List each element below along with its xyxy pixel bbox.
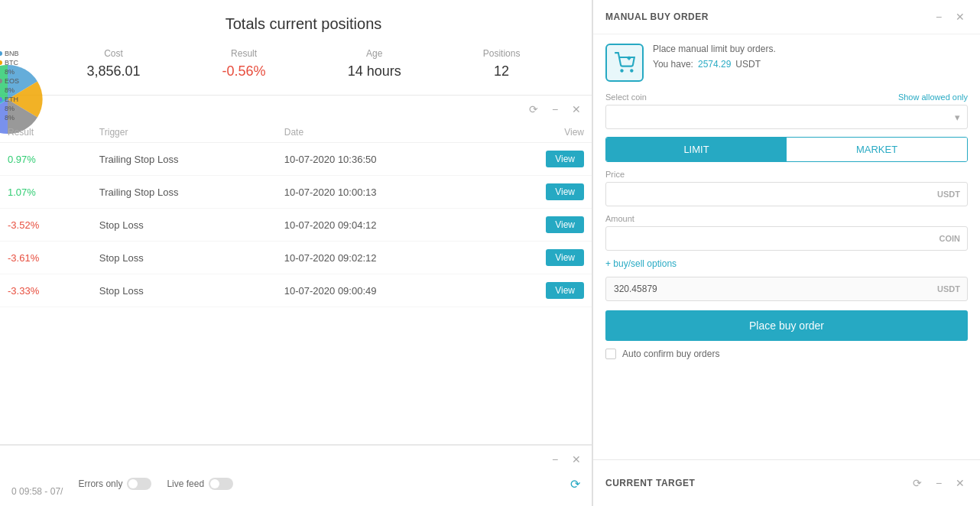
view-button[interactable]: View	[546, 282, 584, 299]
closed-positions-table: Result Trigger Date View 0.97% Trailing …	[0, 122, 592, 307]
totals-stats: Cost 3,856.01 Result -0.56% Age 14 hours…	[46, 48, 561, 79]
current-target-close-icon[interactable]: ✕	[952, 475, 968, 491]
view-button[interactable]: View	[546, 151, 584, 167]
buy-sell-options-label: + buy/sell options	[605, 258, 677, 269]
amount-input-wrapper: COIN	[605, 226, 968, 251]
table-row: -3.61% Stop Loss 10-07-2020 09:02:12 Vie…	[0, 242, 592, 274]
cart-icon	[605, 44, 644, 82]
date-cell: 10-07-2020 09:00:49	[277, 274, 488, 307]
order-type-tabs: LIMIT MARKET	[605, 137, 968, 162]
errors-only-toggle[interactable]	[127, 478, 151, 490]
live-feed-toggle[interactable]	[209, 478, 233, 490]
stat-cost-label: Cost	[87, 48, 141, 59]
stat-cost-value: 3,856.01	[87, 63, 141, 79]
result-cell: 0.97%	[0, 143, 92, 176]
closed-section: ⟳ − ✕ Result Trigger Date View 0.97% Tra…	[0, 96, 592, 445]
svg-point-1	[631, 70, 632, 71]
legend-dot-btc	[0, 60, 2, 65]
log-minimize-icon[interactable]: −	[547, 452, 563, 467]
total-input[interactable]	[605, 277, 968, 301]
select-coin-row: Select coin Show allowed only ▾	[605, 92, 968, 129]
stat-result: Result -0.56%	[222, 48, 266, 79]
amount-label-text: Amount	[605, 214, 634, 223]
current-target-refresh-icon[interactable]: ⟳	[910, 475, 925, 491]
view-cell: View	[487, 242, 592, 274]
result-cell: -3.61%	[0, 242, 92, 274]
date-cell: 10-07-2020 09:02:12	[277, 242, 488, 274]
manual-buy-minimize-icon[interactable]: −	[931, 9, 946, 24]
view-button[interactable]: View	[546, 183, 584, 200]
table-row: 1.07% Trailing Stop Loss 10-07-2020 10:0…	[0, 176, 592, 209]
current-target-minimize-icon[interactable]: −	[931, 475, 946, 491]
stat-result-label: Result	[222, 48, 266, 59]
log-refresh-icon[interactable]: ⟳	[570, 477, 580, 491]
trigger-cell: Trailing Stop Loss	[92, 176, 277, 209]
result-cell: -3.33%	[0, 274, 92, 307]
refresh-icon[interactable]: ⟳	[526, 102, 541, 117]
auto-confirm-checkbox[interactable]	[605, 349, 616, 359]
stat-cost: Cost 3,856.01	[87, 48, 141, 79]
manual-buy-header: MANUAL BUY ORDER − ✕	[593, 0, 980, 34]
stat-age-value: 14 hours	[348, 63, 401, 79]
you-have-row: You have: 2574.29 USDT	[653, 59, 968, 70]
view-cell: View	[487, 274, 592, 307]
select-coin-dropdown[interactable]	[605, 105, 968, 129]
legend-dot-bnb	[0, 51, 2, 56]
price-row: Price USDT	[605, 170, 968, 206]
log-controls: 0 09:58 - 07/ Errors only Live feed ⟳	[0, 471, 592, 497]
you-have-label: You have:	[653, 59, 693, 70]
manual-desc-text: Place manual limit buy orders.	[653, 44, 968, 54]
buy-sell-options[interactable]: + buy/sell options	[605, 258, 968, 269]
current-target-icons: ⟳ − ✕	[910, 475, 968, 491]
amount-input[interactable]	[605, 226, 968, 251]
closed-positions-table-container: Result Trigger Date View 0.97% Trailing …	[0, 122, 592, 444]
view-button[interactable]: View	[546, 216, 584, 233]
log-close-icon[interactable]: ✕	[569, 452, 584, 467]
table-row: -3.33% Stop Loss 10-07-2020 09:00:49 Vie…	[0, 274, 592, 307]
col-date: Date	[277, 122, 488, 143]
you-have-currency: USDT	[735, 59, 761, 70]
date-cell: 10-07-2020 10:36:50	[277, 143, 488, 176]
right-panel: MANUAL BUY ORDER − ✕ Place manual limit …	[592, 0, 980, 506]
legend-bnb-pct: 8%	[0, 68, 19, 76]
manual-buy-section: MANUAL BUY ORDER − ✕ Place manual limit …	[593, 0, 980, 460]
show-allowed-link[interactable]: Show allowed only	[898, 92, 968, 102]
trigger-cell: Stop Loss	[92, 209, 277, 242]
amount-row: Amount COIN	[605, 214, 968, 251]
close-icon[interactable]: ✕	[569, 102, 584, 117]
price-label-text: Price	[605, 170, 625, 179]
manual-buy-info-header: Place manual limit buy orders. You have:…	[605, 44, 968, 82]
stat-age: Age 14 hours	[348, 48, 401, 79]
col-result: Result	[0, 122, 92, 143]
view-cell: View	[487, 209, 592, 242]
auto-confirm-label: Auto confirm buy orders	[622, 349, 719, 359]
limit-tab[interactable]: LIMIT	[606, 138, 787, 161]
table-header-row: Result Trigger Date View	[0, 122, 592, 143]
date-cell: 10-07-2020 09:04:12	[277, 209, 488, 242]
stat-age-label: Age	[348, 48, 401, 59]
select-coin-label: Select coin	[605, 92, 647, 102]
place-buy-order-button[interactable]: Place buy order	[605, 310, 968, 341]
view-cell: View	[487, 176, 592, 209]
select-coin-label-row: Select coin Show allowed only	[605, 92, 968, 102]
manual-buy-header-icons: − ✕	[931, 9, 968, 24]
price-suffix: USDT	[937, 190, 960, 199]
col-view: View	[487, 122, 592, 143]
trigger-cell: Trailing Stop Loss	[92, 143, 277, 176]
price-input[interactable]	[605, 182, 968, 206]
table-row: 0.97% Trailing Stop Loss 10-07-2020 10:3…	[0, 143, 592, 176]
market-tab[interactable]: MARKET	[787, 138, 967, 161]
legend-bnb: BNB	[0, 50, 19, 57]
result-cell: -3.52%	[0, 209, 92, 242]
minimize-icon[interactable]: −	[547, 102, 563, 117]
left-panel: BNB BTC 8% EOS 8% ETH 8% 8% Totals curre…	[0, 0, 592, 506]
manual-buy-title: MANUAL BUY ORDER	[605, 11, 709, 22]
amount-label: Amount	[605, 214, 968, 223]
view-button[interactable]: View	[546, 249, 584, 266]
manual-buy-close-icon[interactable]: ✕	[952, 9, 968, 24]
totals-section: Totals current positions Cost 3,856.01 R…	[0, 0, 592, 96]
view-cell: View	[487, 143, 592, 176]
legend-eos: EOS	[0, 77, 19, 85]
manual-buy-body: Place manual limit buy orders. You have:…	[593, 34, 980, 368]
trigger-cell: Stop Loss	[92, 242, 277, 274]
